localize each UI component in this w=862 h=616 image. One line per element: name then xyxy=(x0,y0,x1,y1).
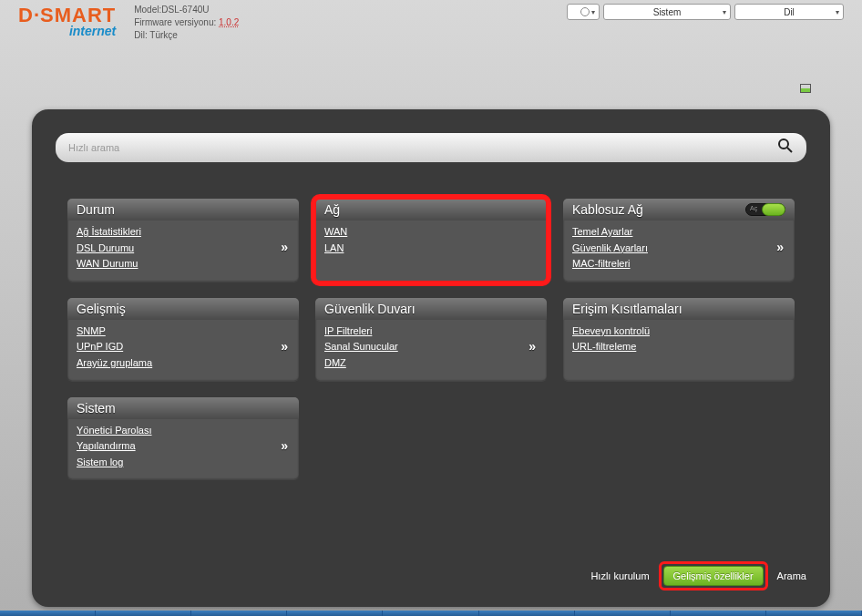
card-advanced-body: SNMP UPnP IGD Arayüz gruplama xyxy=(67,320,299,381)
card-status: Durum Ağ İstatistikleri DSL Durumu WAN D… xyxy=(67,199,299,282)
device-info: Model:DSL-6740U Firmware versiyonu: 1.0.… xyxy=(134,4,567,42)
link-security-settings[interactable]: Güvenlik Ayarları xyxy=(572,241,785,257)
firmware-version-link[interactable]: 1.0.2 xyxy=(219,17,239,27)
card-status-header: Durum xyxy=(67,199,299,221)
signal-icon xyxy=(800,84,811,93)
card-network-body: WAN LAN xyxy=(315,221,547,265)
link-interface-grouping[interactable]: Arayüz gruplama xyxy=(77,355,290,372)
card-advanced-header: Gelişmiş xyxy=(67,298,299,320)
svg-point-0 xyxy=(779,139,788,149)
main-panel: Hızlı arama Durum Ağ İstatistikleri DSL … xyxy=(32,109,830,607)
link-ip-filters[interactable]: IP Filtreleri xyxy=(324,323,538,340)
link-snmp[interactable]: SNMP xyxy=(77,323,290,340)
card-advanced-expand-icon[interactable]: » xyxy=(281,339,288,354)
search-icon[interactable] xyxy=(777,138,794,158)
card-access-header: Erişim Kısıtlamaları xyxy=(563,298,795,320)
language-row: Dil: Türkçe xyxy=(134,29,567,42)
link-network-stats[interactable]: Ağ İstatistikleri xyxy=(77,224,290,241)
link-mac-filters[interactable]: MAC-filtreleri xyxy=(572,256,785,272)
model-row: Model:DSL-6740U xyxy=(134,4,567,16)
logo-sub: internet xyxy=(18,24,116,38)
svg-line-1 xyxy=(787,148,792,152)
card-system-header: Sistem xyxy=(67,397,299,419)
card-wireless-body: Temel Ayarlar Güvenlik Ayarları MAC-filt… xyxy=(563,221,795,282)
link-basic-settings[interactable]: Temel Ayarlar xyxy=(572,224,785,241)
link-admin-password[interactable]: Yönetici Parolası xyxy=(77,423,290,439)
card-firewall: Güvenlik Duvarı IP Filtreleri Sanal Sunu… xyxy=(315,298,547,381)
card-wireless: Kablosuz Ağ Aç Temel Ayarlar Güvenlik Ay… xyxy=(563,199,795,282)
card-network-header: Ağ xyxy=(315,199,547,221)
card-firewall-expand-icon[interactable]: » xyxy=(528,339,536,354)
card-network: Ağ WAN LAN xyxy=(315,199,547,282)
top-controls: Sistem Dil xyxy=(567,4,844,20)
toggle-knob xyxy=(762,203,785,216)
card-access: Erişim Kısıtlamaları Ebeveyn kontrolü UR… xyxy=(563,298,795,381)
card-access-body: Ebeveyn kontrolü URL-filtreleme xyxy=(563,320,795,364)
bulb-icon xyxy=(580,7,590,16)
toggle-label: Aç xyxy=(750,205,757,211)
card-wireless-header: Kablosuz Ağ Aç xyxy=(563,199,795,221)
cards-grid: Durum Ağ İstatistikleri DSL Durumu WAN D… xyxy=(56,199,806,479)
bulb-dropdown[interactable] xyxy=(567,4,600,20)
card-firewall-body: IP Filtreleri Sanal Sunucular DMZ xyxy=(315,320,547,381)
card-status-expand-icon[interactable]: » xyxy=(281,240,288,254)
card-system: Sistem Yönetici Parolası Yapılandırma Si… xyxy=(67,397,299,480)
link-wan[interactable]: WAN xyxy=(324,224,538,241)
card-firewall-header: Güvenlik Duvarı xyxy=(315,298,547,320)
card-system-body: Yönetici Parolası Yapılandırma Sistem lo… xyxy=(67,419,299,480)
link-parental-control[interactable]: Ebeveyn kontrolü xyxy=(572,323,785,340)
link-lan[interactable]: LAN xyxy=(324,241,538,257)
search-bar[interactable]: Hızlı arama xyxy=(56,133,806,162)
card-wireless-title: Kablosuz Ağ xyxy=(572,202,643,217)
system-dropdown[interactable]: Sistem xyxy=(603,4,731,20)
firmware-row: Firmware versiyonu: 1.0.2 xyxy=(134,16,567,29)
wireless-toggle[interactable]: Aç xyxy=(745,203,785,216)
card-system-expand-icon[interactable]: » xyxy=(281,438,288,453)
search-input[interactable]: Hızlı arama xyxy=(68,142,777,153)
link-virtual-servers[interactable]: Sanal Sunucular xyxy=(324,339,538,355)
card-wireless-expand-icon[interactable]: » xyxy=(776,240,784,254)
language-dropdown[interactable]: Dil xyxy=(734,4,844,20)
brand-logo: D·SMART internet xyxy=(18,4,116,38)
footer-search[interactable]: Arama xyxy=(777,570,806,581)
card-advanced: Gelişmiş SNMP UPnP IGD Arayüz gruplama » xyxy=(67,298,299,381)
link-system-log[interactable]: Sistem log xyxy=(77,455,290,471)
link-upnp-igd[interactable]: UPnP IGD xyxy=(77,339,290,355)
link-dsl-status[interactable]: DSL Durumu xyxy=(77,241,290,257)
taskbar xyxy=(0,611,862,616)
footer-advanced-highlight: Gelişmiş özellikler xyxy=(659,561,768,590)
footer-quick-setup[interactable]: Hızlı kurulum xyxy=(590,570,649,581)
link-configuration[interactable]: Yapılandırma xyxy=(77,438,290,455)
top-bar: D·SMART internet Model:DSL-6740U Firmwar… xyxy=(0,0,862,46)
link-wan-status[interactable]: WAN Durumu xyxy=(77,256,290,272)
card-status-body: Ağ İstatistikleri DSL Durumu WAN Durumu xyxy=(67,221,299,282)
footer-links: Hızlı kurulum Gelişmiş özellikler Arama xyxy=(590,561,806,590)
link-url-filtering[interactable]: URL-filtreleme xyxy=(572,339,785,355)
advanced-features-button[interactable]: Gelişmiş özellikler xyxy=(663,566,764,586)
link-dmz[interactable]: DMZ xyxy=(324,355,538,372)
